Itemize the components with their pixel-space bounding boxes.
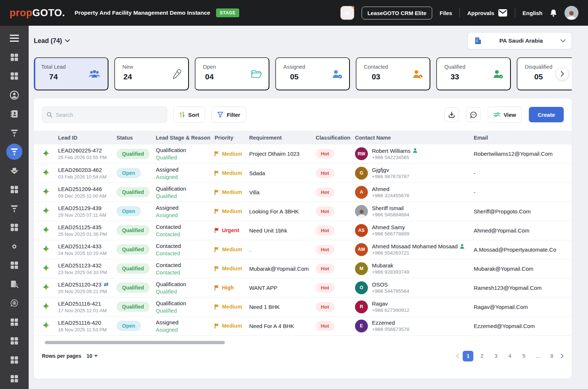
col-classification[interactable]: Classification: [316, 131, 355, 144]
ai-label: AI: [345, 10, 349, 16]
lead-stage: Contacted: [156, 243, 215, 249]
sort-icon: [179, 111, 185, 118]
lead-title-dropdown[interactable]: Lead (74): [34, 37, 70, 45]
col-email[interactable]: Email: [474, 131, 572, 144]
stat-label: Assigned: [283, 64, 305, 70]
table-row[interactable]: LEAD251125-435⇄ 25 Nov 2025 01:36 PM Qua…: [34, 221, 572, 240]
page-button[interactable]: 8: [546, 351, 557, 361]
contact-name: Mubarak: [372, 262, 393, 269]
col-status[interactable]: Status: [116, 131, 156, 144]
property-selector[interactable]: PA Saudi Arabia: [467, 32, 572, 49]
col-requirement[interactable]: Requirement: [249, 131, 316, 144]
crm-elite-button[interactable]: LeaseGOTO CRM Elite: [362, 7, 433, 19]
lead-id[interactable]: LEAD260225-472: [58, 147, 102, 154]
lead-id[interactable]: LEAD251116-420: [58, 320, 101, 326]
apps-icon[interactable]: [6, 333, 22, 349]
notification-bell-icon[interactable]: [550, 9, 557, 17]
apps-icon[interactable]: [6, 371, 22, 387]
dashboard-icon[interactable]: [6, 49, 22, 65]
pipeline-funnel-icon[interactable]: [6, 201, 22, 217]
ai-assistant-button[interactable]: AI✦: [340, 6, 354, 20]
col-lead-stage[interactable]: Lead Stage & Reason: [156, 131, 215, 144]
sort-button[interactable]: Sort: [173, 107, 205, 123]
classification-badge: Hot: [316, 264, 334, 274]
stat-card-assigned[interactable]: Assigned05: [275, 57, 350, 90]
apps-icon[interactable]: [6, 219, 22, 235]
priority-label: Urgent: [222, 227, 239, 233]
apps-icon[interactable]: [6, 181, 22, 198]
language-selector[interactable]: English: [523, 10, 542, 16]
classification-badge: Hot: [316, 226, 334, 235]
lead-stage: Qualification: [156, 281, 215, 287]
page-button[interactable]: 4: [505, 351, 515, 361]
modules-icon[interactable]: [6, 68, 22, 84]
lead-stage: Assigned: [156, 166, 215, 173]
prev-page-icon[interactable]: [456, 353, 459, 359]
lead-id[interactable]: LEAD251124-433: [58, 243, 101, 249]
settings-gear-icon[interactable]: [6, 238, 22, 255]
profile-icon[interactable]: [6, 87, 22, 103]
stat-card-new[interactable]: New24: [114, 57, 189, 90]
horizontal-scrollbar[interactable]: [40, 341, 572, 344]
table-row[interactable]: LEAD251124-433⇄ 24 Nov 2025 10:20 AM Qua…: [34, 240, 572, 259]
lead-id[interactable]: LEAD251209-446: [58, 186, 102, 192]
lead-id[interactable]: LEAD251116-421: [58, 300, 101, 307]
support-chat-icon[interactable]: [6, 295, 22, 311]
search-input[interactable]: [56, 112, 162, 118]
menu-icon[interactable]: [6, 30, 22, 46]
lead-id[interactable]: LEAD251120-423: [58, 281, 101, 288]
building-icon: [474, 37, 482, 45]
lead-reason: Qualified: [156, 289, 215, 295]
next-page-icon[interactable]: [560, 353, 564, 359]
leads-funnel-icon-active[interactable]: [6, 144, 22, 160]
table-row[interactable]: LEAD251116-420⇄ 16 Nov 2025 11:53 PM Ope…: [34, 316, 572, 335]
contacts-icon[interactable]: [6, 106, 22, 122]
priority-label: Medium: [222, 189, 242, 195]
scrollbar-thumb[interactable]: [45, 341, 225, 344]
table-row[interactable]: LEAD251209-446⇄ 09 Dec 2025 11:00 AM Qua…: [34, 183, 572, 202]
apps-icon[interactable]: [6, 257, 22, 273]
page-button[interactable]: 1: [463, 351, 473, 361]
table-row[interactable]: LEAD260203-462⇄ 03 Feb 2026 10:54 AM Ope…: [34, 163, 572, 183]
lead-stage: Assigned: [156, 205, 215, 211]
lead-id[interactable]: LEAD251125-435: [58, 224, 101, 230]
files-link[interactable]: Files: [440, 10, 452, 16]
handshake-icon[interactable]: [6, 163, 22, 179]
create-button[interactable]: Create: [529, 107, 564, 122]
mail-icon[interactable]: [498, 9, 508, 17]
page-button[interactable]: 3: [491, 351, 501, 361]
table-row[interactable]: LEAD251129-439⇄ 29 Nov 2025 07:11 AM Ope…: [34, 202, 572, 221]
rows-per-page-select[interactable]: 10: [86, 353, 98, 359]
stat-card-contacted[interactable]: Contacted03: [356, 57, 430, 90]
table-row[interactable]: LEAD251123-432⇄ 23 Nov 2025 04:33 PM Qua…: [34, 259, 572, 278]
contact-phone: +966 544795564: [372, 288, 409, 294]
view-button[interactable]: View: [488, 107, 522, 123]
filter-button[interactable]: Filter: [211, 107, 246, 123]
page-button[interactable]: 5: [519, 351, 529, 361]
apps-icon[interactable]: [6, 314, 22, 330]
stat-card-qualified[interactable]: Qualified33: [436, 57, 511, 90]
col-contact-name[interactable]: Contact Name: [355, 131, 474, 144]
classification-badge: Hot: [316, 149, 334, 159]
download-icon[interactable]: [444, 107, 459, 122]
chevron-down-icon: [65, 39, 70, 42]
lead-id[interactable]: LEAD251129-439: [58, 205, 101, 211]
approvals-link[interactable]: Approvals: [467, 10, 494, 16]
apps-icon[interactable]: [6, 352, 22, 368]
lead-id[interactable]: LEAD251123-432: [58, 262, 101, 269]
stat-value: 03: [364, 72, 388, 81]
report-search-icon[interactable]: [6, 276, 22, 292]
table-row[interactable]: LEAD251120-423⇄ 20 Nov 2025 05:21 PM Qua…: [34, 278, 572, 297]
table-row[interactable]: LEAD260225-472⇄ 25 Feb 2026 03:55 PM Qua…: [34, 144, 572, 163]
cards-scroll-next-button[interactable]: [556, 67, 569, 80]
comment-icon[interactable]: [466, 107, 481, 122]
col-lead-id[interactable]: Lead ID: [58, 131, 116, 144]
user-avatar[interactable]: [564, 6, 578, 20]
stat-card-open[interactable]: Open04: [195, 57, 269, 90]
page-button[interactable]: 2: [477, 351, 487, 361]
funnel-icon[interactable]: [6, 125, 22, 141]
lead-id[interactable]: LEAD260203-462: [58, 167, 102, 173]
table-row[interactable]: LEAD251116-421⇄ 17 Nov 2025 12:01 AM Qua…: [34, 297, 572, 316]
stat-card-total-lead[interactable]: Total Lead74: [34, 57, 108, 90]
col-priority[interactable]: Priority: [215, 131, 249, 144]
